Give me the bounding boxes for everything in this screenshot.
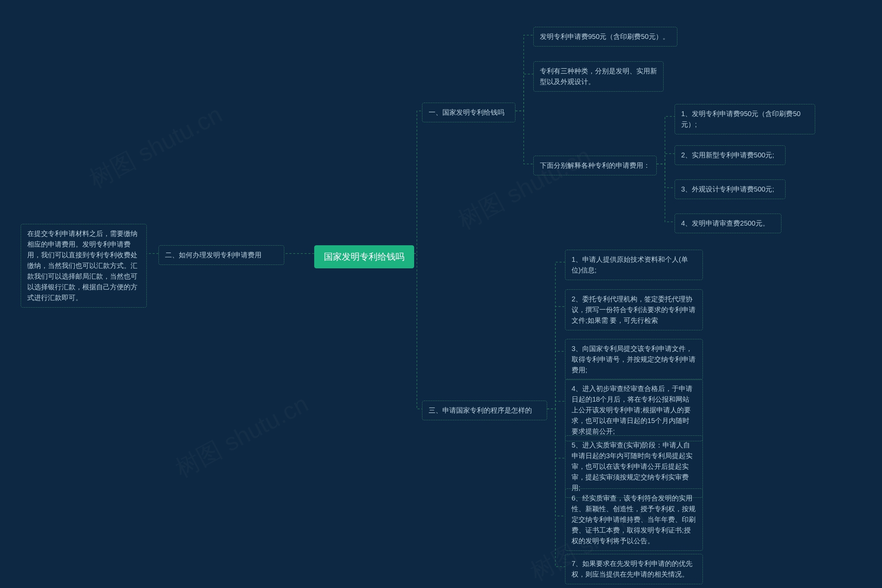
branch1-sub-item-3[interactable]: 4、发明申请审查费2500元。 — [675, 214, 782, 233]
root-node[interactable]: 国家发明专利给钱吗 — [314, 245, 414, 268]
branch3-item-1[interactable]: 2、委托专利代理机构，签定委托代理协议，撰写一份符合专利法要求的专利申请文件;如… — [565, 290, 703, 330]
watermark: 树图 shutu.cn — [84, 99, 228, 196]
branch3-item-0[interactable]: 1、申请人提供原始技术资料和个人(单位)信息; — [565, 250, 703, 280]
watermark: 树图 shutu.cn — [452, 140, 597, 237]
branch1-item-1[interactable]: 专利有三种种类，分别是发明、实用新型以及外观设计。 — [533, 62, 664, 92]
branch-left-title[interactable]: 二、如何办理发明专利申请费用 — [159, 245, 284, 265]
branch1-sub-item-0[interactable]: 1、发明专利申请费950元（含印刷费50元）; — [675, 104, 815, 134]
branch1-sub-item-2[interactable]: 3、外观设计专利申请费500元; — [675, 180, 786, 199]
branch3-title[interactable]: 三、申请国家专利的程序是怎样的 — [422, 400, 547, 420]
branch1-sub-item-1[interactable]: 2、实用新型专利申请费500元; — [675, 146, 786, 165]
branch1-item-0[interactable]: 发明专利申请费950元（含印刷费50元）。 — [533, 27, 677, 46]
branch3-item-5[interactable]: 6、经实质审查，该专利符合发明的实用性、新颖性、创造性，授予专利权，按规定交纳专… — [565, 489, 703, 551]
branch1-sub-title[interactable]: 下面分别解释各种专利的申请费用： — [533, 156, 657, 176]
mindmap-canvas: 树图 shutu.cn 树图 shutu.cn 树图 shutu.cn 树图 s… — [0, 0, 882, 588]
watermark: 树图 shutu.cn — [170, 388, 314, 485]
branch3-item-6[interactable]: 7、如果要求在先发明专利申请的的优先权，则应当提供在先申请的相关情况。 — [565, 554, 703, 584]
branch3-item-2[interactable]: 3、向国家专利局提交该专利申请文件，取得专利申请号，并按规定交纳专利申请费用; — [565, 339, 703, 380]
branch-left-detail[interactable]: 在提交专利申请材料之后，需要缴纳相应的申请费用。发明专利申请费用，我们可以直接到… — [21, 224, 147, 308]
branch1-title[interactable]: 一、国家发明专利给钱吗 — [422, 103, 515, 122]
branch3-item-3[interactable]: 4、进入初步审查经审查合格后，于申请日起的18个月后，将在专利公报和网站上公开该… — [565, 379, 703, 441]
